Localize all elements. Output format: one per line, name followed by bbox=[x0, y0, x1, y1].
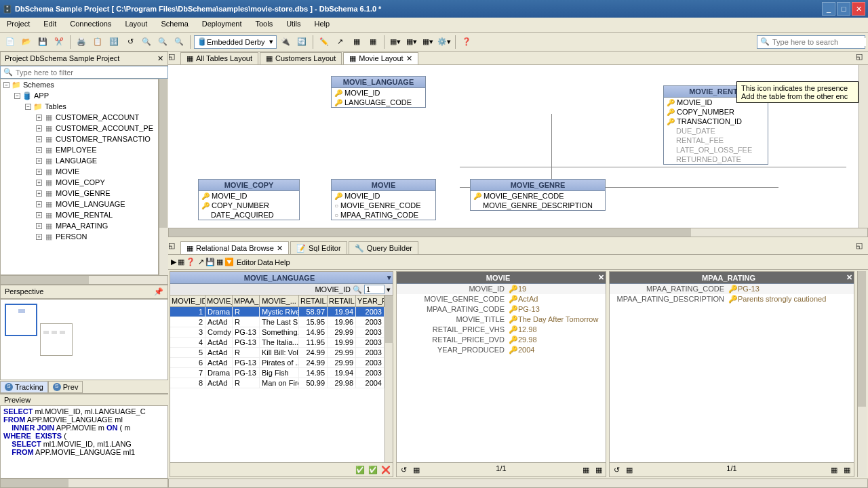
open-button[interactable]: 📂 bbox=[19, 35, 34, 49]
pencil-button[interactable]: ✏️ bbox=[317, 35, 332, 49]
nav-button[interactable]: ▦ bbox=[411, 464, 422, 475]
help-icon[interactable]: ❓ bbox=[186, 258, 195, 266]
table-row[interactable]: 7DramaPG-13Big Fish14.9519.942003 bbox=[170, 368, 384, 378]
zoom-button[interactable]: 🔢 bbox=[106, 35, 121, 49]
entity-movie[interactable]: MOVIE 🔑MOVIE_ID ○MOVIE_GENRE_CODE ○MPAA_… bbox=[331, 179, 436, 220]
table-row[interactable]: 5ActAdRKill Bill: Vol. 124.9929.992003 bbox=[170, 348, 384, 358]
last-button[interactable]: ▦ bbox=[842, 464, 852, 475]
grid-button[interactable]: ▦ bbox=[178, 258, 184, 266]
close-icon[interactable]: ✕ bbox=[277, 244, 283, 253]
table-row[interactable]: 3ComdyPG-13Something...14.9529.992003 bbox=[170, 327, 384, 338]
close-icon[interactable]: ✕ bbox=[598, 273, 604, 282]
panels-scrollbar[interactable] bbox=[857, 271, 867, 477]
table-row[interactable]: 1DramaRMystic River58.9719.942003 bbox=[170, 307, 384, 317]
connect-button[interactable]: 🔌 bbox=[278, 35, 293, 49]
tab-movie[interactable]: ▦Movie Layout✕ bbox=[343, 52, 418, 64]
search-box[interactable]: 🔍 ▾ bbox=[757, 35, 865, 49]
tab-tracking[interactable]: STracking bbox=[0, 381, 48, 393]
entity-movie-genre[interactable]: MOVIE_GENRE 🔑MOVIE_GENRE_CODE MOVIE_GENR… bbox=[470, 179, 606, 211]
maximize-button[interactable]: □ bbox=[837, 2, 850, 16]
schema-tree[interactable]: −📁Schemes −🛢️APP −📁Tables +▦CUSTOMER_ACC… bbox=[0, 79, 159, 275]
expand-toggle[interactable]: + bbox=[36, 158, 42, 164]
menu-data[interactable]: Data bbox=[258, 258, 273, 266]
refresh-button[interactable]: ↺ bbox=[611, 464, 622, 475]
tab-data-browse[interactable]: ▦Relational Data Browse✕ bbox=[180, 241, 289, 254]
expand-toggle[interactable]: + bbox=[36, 147, 42, 153]
sync-button[interactable]: 🔄 bbox=[294, 35, 309, 49]
menu-tools[interactable]: Tools bbox=[248, 18, 279, 32]
table-row[interactable]: 8ActAdRMan on Fire50.9929.982004 bbox=[170, 378, 384, 388]
grid-scrollbar[interactable] bbox=[384, 296, 393, 462]
save-button[interactable]: 💾 bbox=[35, 35, 50, 49]
close-button[interactable]: ✕ bbox=[852, 2, 865, 16]
zoom-in-button[interactable]: 🔍 bbox=[139, 35, 154, 49]
print-button[interactable]: 🖨️ bbox=[74, 35, 89, 49]
diagram-canvas[interactable]: MOVIE_LANGUAGE 🔑MOVIE_ID 🔑LANGUAGE_CODE … bbox=[168, 65, 859, 228]
menu-help[interactable]: Help bbox=[275, 258, 290, 266]
perspective-thumb[interactable] bbox=[40, 323, 73, 356]
help-button[interactable]: ❓ bbox=[459, 35, 474, 49]
grid-button[interactable]: ▦ bbox=[580, 464, 591, 475]
search-input[interactable] bbox=[772, 38, 866, 46]
zoom-fit-button[interactable]: 🔍 bbox=[172, 35, 186, 49]
menu-editor[interactable]: Editor bbox=[237, 258, 256, 266]
grid-filter-input[interactable] bbox=[364, 285, 384, 294]
canvas-hscroll[interactable] bbox=[168, 228, 868, 237]
tree-hscroll[interactable] bbox=[0, 275, 168, 285]
collapse-toggle[interactable]: − bbox=[14, 93, 20, 99]
maximize-icon[interactable]: ◱ bbox=[856, 52, 868, 64]
close-icon[interactable]: ✕ bbox=[846, 273, 852, 282]
table-row[interactable]: 4ActAdPG-13The Italia...11.9519.992003 bbox=[170, 338, 384, 348]
table-row[interactable]: 6ActAdPG-13Pirates of ...24.9929.992003 bbox=[170, 358, 384, 368]
expand-toggle[interactable]: + bbox=[36, 125, 42, 131]
table-button[interactable]: ▦ bbox=[216, 258, 223, 266]
sql-hscroll[interactable] bbox=[0, 479, 168, 488]
refresh-button[interactable]: ↺ bbox=[398, 464, 409, 475]
sql-preview[interactable]: SELECT ml.MOVIE_ID, ml.LANGUAGE_C FROM A… bbox=[0, 405, 168, 479]
menu-deployment[interactable]: Deployment bbox=[195, 18, 249, 32]
expand-toggle[interactable]: + bbox=[36, 136, 42, 142]
menu-project[interactable]: Project bbox=[0, 18, 37, 32]
filter-box[interactable]: 🔍 bbox=[0, 66, 168, 79]
expand-toggle[interactable]: + bbox=[36, 115, 42, 121]
menu-edit[interactable]: Edit bbox=[37, 18, 63, 32]
table-button[interactable]: ▦ bbox=[349, 35, 364, 49]
close-icon[interactable]: ✕ bbox=[157, 54, 163, 63]
entity-movie-copy[interactable]: MOVIE_COPY 🔑MOVIE_ID 🔑COPY_NUMBER DATE_A… bbox=[198, 179, 300, 220]
expand-toggle[interactable]: + bbox=[36, 234, 42, 240]
maximize-icon[interactable]: ◱ bbox=[856, 241, 868, 253]
collapse-toggle[interactable]: − bbox=[3, 82, 9, 88]
menu-schema[interactable]: Schema bbox=[154, 18, 195, 32]
export-button[interactable]: 📋 bbox=[90, 35, 105, 49]
expand-toggle[interactable]: + bbox=[36, 180, 42, 186]
save-button[interactable]: 💾 bbox=[205, 258, 215, 266]
view-button[interactable]: ▦▾ bbox=[388, 35, 403, 49]
expand-toggle[interactable]: + bbox=[36, 201, 42, 207]
restore-icon[interactable]: ◱ bbox=[168, 241, 180, 253]
chevron-down-icon[interactable]: ▾ bbox=[387, 273, 391, 282]
schema-button[interactable]: ▦ bbox=[366, 35, 380, 49]
relation-button[interactable]: ↗ bbox=[333, 35, 348, 49]
perspective-thumb[interactable] bbox=[5, 304, 37, 336]
refresh-button[interactable]: ↺ bbox=[123, 35, 138, 49]
minimize-button[interactable]: _ bbox=[822, 2, 835, 16]
pin-icon[interactable]: 📌 bbox=[154, 287, 163, 296]
apply-button[interactable]: ✅ bbox=[368, 464, 378, 475]
menu-layout[interactable]: Layout bbox=[118, 18, 154, 32]
tab-sql-editor[interactable]: 📝Sql Editor bbox=[290, 241, 347, 254]
restore-icon[interactable]: ◱ bbox=[168, 52, 180, 64]
tree-scrollbar[interactable] bbox=[159, 79, 168, 275]
menu-utils[interactable]: Utils bbox=[279, 18, 307, 32]
expand-toggle[interactable]: + bbox=[36, 169, 42, 175]
filter-button[interactable]: 🔽 bbox=[224, 258, 234, 266]
tab-all-tables[interactable]: ▦All Tables Layout bbox=[180, 52, 258, 64]
zoom-out-button[interactable]: 🔍 bbox=[155, 35, 170, 49]
arrow-button[interactable]: ↗ bbox=[198, 258, 204, 266]
chevron-down-icon[interactable]: ▾ bbox=[387, 285, 391, 294]
filter-input[interactable] bbox=[16, 68, 165, 77]
confirm-button[interactable]: ✅ bbox=[355, 464, 366, 475]
run-button[interactable]: ▶ bbox=[171, 258, 176, 266]
settings-button[interactable]: ⚙️▾ bbox=[437, 35, 452, 49]
expand-toggle[interactable]: + bbox=[36, 223, 42, 229]
grid-button[interactable]: ▦ bbox=[829, 464, 840, 475]
